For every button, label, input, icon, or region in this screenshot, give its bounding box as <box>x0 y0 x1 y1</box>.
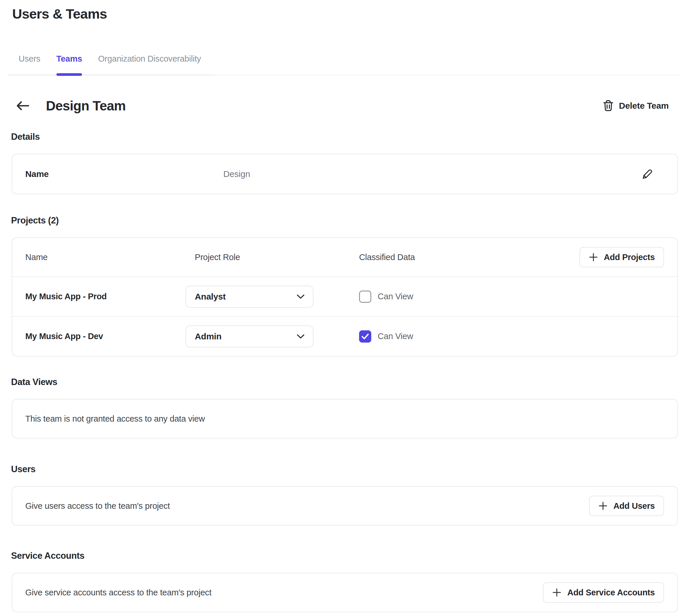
project-role-select[interactable]: Admin <box>186 326 314 348</box>
plus-icon <box>589 252 598 262</box>
team-header: Design Team Delete Team <box>16 98 669 114</box>
data-views-card: This team is not granted access to any d… <box>12 399 678 438</box>
plus-icon <box>598 501 608 510</box>
users-heading: Users <box>11 464 685 475</box>
can-view-checkbox[interactable] <box>359 290 371 303</box>
tab-organization-discoverability[interactable]: Organization Discoverability <box>98 54 201 75</box>
team-title: Design Team <box>46 98 126 114</box>
data-views-empty-text: This team is not granted access to any d… <box>25 414 205 424</box>
project-role-value: Analyst <box>195 292 226 302</box>
add-service-accounts-button[interactable]: Add Service Accounts <box>543 582 664 603</box>
can-view-checkbox[interactable] <box>359 330 371 343</box>
column-header-name: Name <box>25 252 186 262</box>
add-projects-button[interactable]: Add Projects <box>579 247 664 267</box>
edit-name-button[interactable] <box>641 168 653 180</box>
pencil-icon <box>641 168 653 180</box>
service-accounts-card: Give service accounts access to the team… <box>12 573 678 612</box>
classified-data-cell: Can View <box>359 330 664 343</box>
users-empty-text: Give users access to the team's project <box>25 501 170 511</box>
data-views-heading: Data Views <box>11 377 685 387</box>
arrow-left-icon <box>16 100 30 112</box>
name-label: Name <box>25 169 49 179</box>
users-teams-page: Users & Teams Users Teams Organization D… <box>0 6 685 616</box>
projects-heading: Projects (2) <box>11 215 685 226</box>
details-heading: Details <box>11 132 685 142</box>
projects-table-header: Name Project Role Classified Data Add Pr… <box>12 238 678 276</box>
projects-table: Name Project Role Classified Data Add Pr… <box>12 237 678 356</box>
check-icon <box>361 333 369 340</box>
add-users-button[interactable]: Add Users <box>589 496 664 516</box>
chevron-down-icon <box>297 294 305 299</box>
table-row: My Music App - Prod Analyst <box>12 276 678 316</box>
can-view-label: Can View <box>378 292 413 301</box>
tab-bar: Users Teams Organization Discoverability <box>19 54 685 75</box>
project-name: My Music App - Prod <box>25 292 186 301</box>
project-name: My Music App - Dev <box>25 332 186 341</box>
project-role-value: Admin <box>195 332 221 342</box>
project-role-select[interactable]: Analyst <box>186 286 314 308</box>
delete-team-button[interactable]: Delete Team <box>603 100 669 112</box>
service-accounts-heading: Service Accounts <box>11 551 685 561</box>
trash-icon <box>603 100 614 112</box>
details-card: Name Design <box>12 154 678 194</box>
back-button[interactable] <box>16 100 30 112</box>
add-users-label: Add Users <box>614 501 655 511</box>
column-header-project-role: Project Role <box>186 252 359 262</box>
name-value: Design <box>223 169 250 179</box>
add-service-accounts-label: Add Service Accounts <box>567 588 655 597</box>
column-header-classified-data: Classified Data <box>359 252 579 262</box>
chevron-down-icon <box>297 334 305 339</box>
users-card: Give users access to the team's project … <box>12 486 678 526</box>
tabs-divider <box>7 75 680 75</box>
classified-data-cell: Can View <box>359 290 664 303</box>
tab-teams[interactable]: Teams <box>57 54 82 75</box>
can-view-label: Can View <box>378 332 413 341</box>
plus-icon <box>552 588 561 597</box>
page-title: Users & Teams <box>12 6 685 22</box>
table-row: My Music App - Dev Admin Ca <box>12 316 678 356</box>
delete-team-label: Delete Team <box>619 101 669 111</box>
service-accounts-empty-text: Give service accounts access to the team… <box>25 588 211 597</box>
add-projects-label: Add Projects <box>604 252 655 262</box>
tab-users[interactable]: Users <box>19 54 40 75</box>
